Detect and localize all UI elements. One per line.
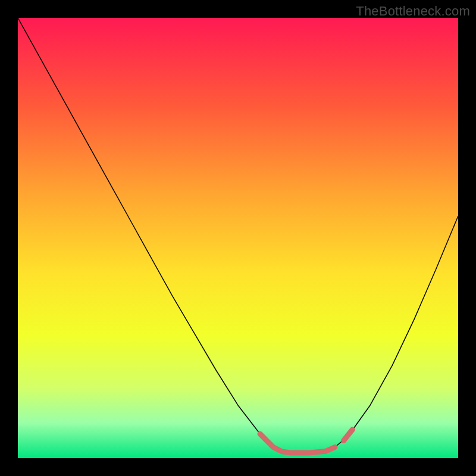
gradient-background: [18, 18, 458, 458]
plot-area: [18, 18, 458, 458]
chart-svg: [18, 18, 458, 458]
chart-container: TheBottleneck.com: [0, 0, 476, 476]
watermark-text: TheBottleneck.com: [356, 4, 470, 19]
